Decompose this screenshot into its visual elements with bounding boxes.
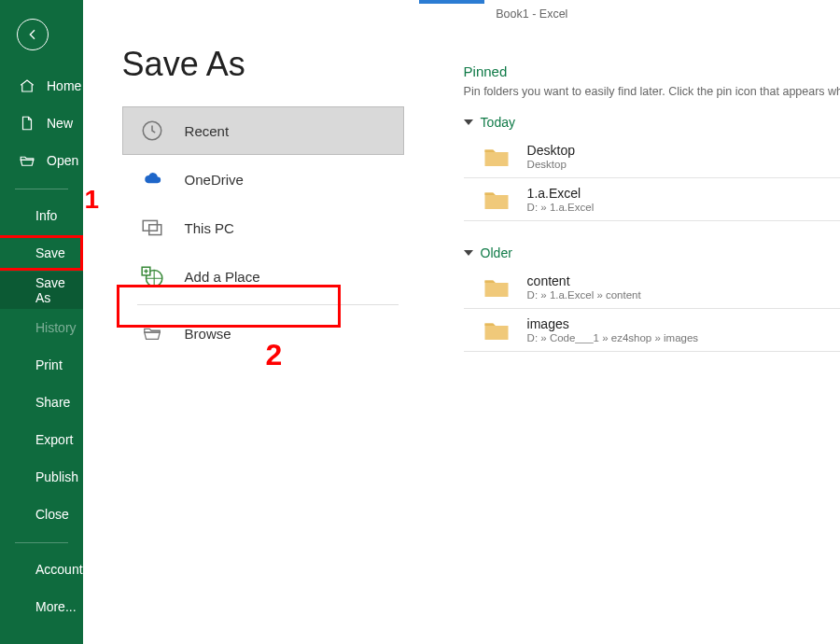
- pinned-description: Pin folders you want to easily find late…: [464, 85, 840, 98]
- sidebar-new[interactable]: New: [0, 105, 83, 142]
- sidebar-save[interactable]: Save: [0, 234, 83, 272]
- location-add-a-place[interactable]: Add a Place: [122, 252, 402, 301]
- nav-label: Export: [35, 432, 73, 447]
- arrow-left-icon: [25, 27, 40, 42]
- location-recent[interactable]: Recent: [122, 106, 404, 155]
- sidebar-open[interactable]: Open: [0, 142, 83, 179]
- pinned-heading: Pinned: [464, 63, 840, 79]
- sidebar-separator: [15, 542, 68, 543]
- sidebar-export[interactable]: Export: [0, 421, 83, 458]
- recent-folders-panel: Pinned Pin folders you want to easily fi…: [440, 45, 840, 644]
- folder-path: D: » 1.a.Excel: [527, 202, 595, 213]
- folder-row[interactable]: imagesD: » Code___1 » ez4shop » images: [464, 309, 840, 352]
- nav-label: Print: [35, 357, 63, 372]
- sidebar-more-[interactable]: More...: [0, 588, 83, 625]
- nav-label: History: [35, 320, 77, 335]
- sidebar-home[interactable]: Home: [0, 67, 83, 105]
- folder-row[interactable]: 1.a.ExcelD: » 1.a.Excel: [464, 178, 840, 221]
- location-onedrive[interactable]: OneDrive: [122, 155, 402, 203]
- group-heading-older[interactable]: Older: [464, 245, 840, 260]
- browse-icon: [140, 321, 164, 345]
- addplace-icon: [140, 264, 164, 288]
- nav-label: Publish: [35, 469, 78, 484]
- cloud-icon: [140, 167, 164, 191]
- location-separator: [137, 304, 399, 305]
- pc-icon: [140, 216, 164, 240]
- nav-label: New: [47, 116, 73, 131]
- folder-path: D: » Code___1 » ez4shop » images: [527, 332, 698, 343]
- group-label: Older: [481, 245, 512, 260]
- new-icon: [19, 115, 35, 132]
- nav-label: Info: [35, 208, 57, 223]
- back-button[interactable]: [17, 19, 49, 50]
- titlebar: Book1 - Excel: [83, 0, 840, 28]
- nav-label: Open: [47, 153, 78, 168]
- folder-name: images: [527, 316, 698, 331]
- folder-name: Desktop: [527, 143, 575, 158]
- open-icon: [19, 152, 35, 169]
- location-browse[interactable]: Browse: [122, 309, 402, 357]
- group-heading-today[interactable]: Today: [464, 115, 840, 130]
- location-label: Add a Place: [185, 269, 260, 285]
- home-icon: [19, 77, 35, 94]
- content-area: Book1 - Excel Save As RecentOneDriveThis…: [83, 0, 840, 644]
- backstage-sidebar: HomeNewOpen InfoSaveSave AsHistoryPrintS…: [0, 0, 83, 644]
- titlebar-text: Book1 - Excel: [496, 7, 567, 21]
- sidebar-close[interactable]: Close: [0, 496, 83, 533]
- nav-label: More...: [35, 599, 77, 614]
- folder-icon: [483, 318, 511, 343]
- folder-icon: [483, 275, 511, 300]
- folder-path: D: » 1.a.Excel » content: [527, 289, 641, 301]
- page-title: Save As: [122, 45, 440, 84]
- folder-icon: [483, 145, 511, 169]
- location-this-pc[interactable]: This PC: [122, 203, 402, 252]
- sidebar-info[interactable]: Info: [0, 197, 83, 234]
- clock-icon: [140, 119, 164, 143]
- sidebar-account[interactable]: Account: [0, 551, 83, 588]
- folder-name: 1.a.Excel: [527, 186, 595, 201]
- location-label: Recent: [185, 123, 230, 139]
- svg-rect-1: [143, 220, 157, 231]
- sidebar-separator: [15, 189, 68, 189]
- sidebar-print[interactable]: Print: [0, 346, 83, 384]
- sidebar-save-as[interactable]: Save As: [0, 272, 83, 309]
- nav-label: Home: [47, 78, 81, 93]
- chevron-down-icon: [464, 250, 473, 256]
- nav-label: Save: [35, 245, 65, 260]
- sidebar-history: History: [0, 309, 83, 346]
- folder-icon: [483, 188, 511, 212]
- titlebar-accent: [419, 0, 484, 4]
- location-label: This PC: [185, 220, 234, 236]
- location-label: OneDrive: [185, 172, 244, 188]
- svg-rect-2: [148, 225, 161, 235]
- folder-row[interactable]: contentD: » 1.a.Excel » content: [464, 266, 840, 309]
- location-label: Browse: [185, 326, 231, 342]
- nav-label: Account: [35, 562, 83, 577]
- nav-label: Close: [35, 507, 69, 522]
- group-label: Today: [481, 115, 515, 130]
- nav-label: Share: [35, 395, 70, 410]
- nav-label: Save As: [35, 275, 83, 305]
- folder-name: content: [527, 273, 641, 288]
- chevron-down-icon: [464, 119, 473, 125]
- sidebar-share[interactable]: Share: [0, 384, 83, 421]
- folder-path: Desktop: [527, 159, 575, 170]
- folder-row[interactable]: DesktopDesktop: [464, 135, 840, 178]
- sidebar-publish[interactable]: Publish: [0, 458, 83, 496]
